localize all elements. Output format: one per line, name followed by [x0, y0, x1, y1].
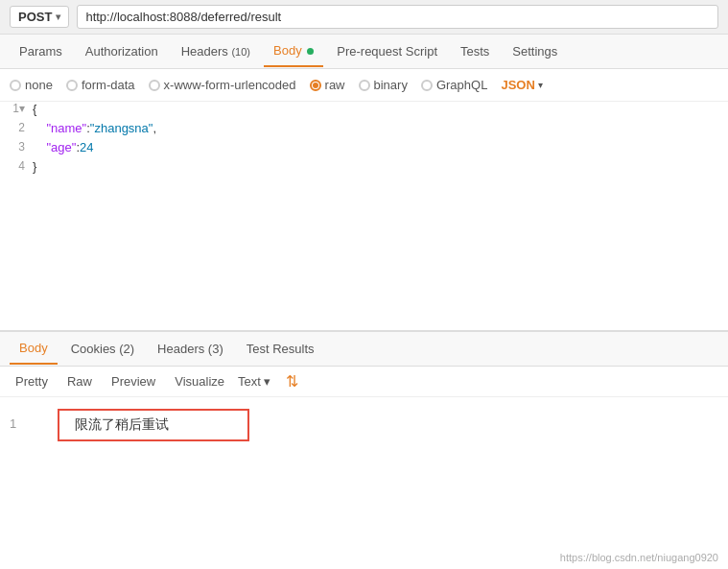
response-line: 1 限流了稍后重试: [10, 405, 718, 441]
tab-headers[interactable]: Headers (10): [172, 36, 260, 66]
response-format-raw[interactable]: Raw: [61, 371, 98, 391]
json-format-selector[interactable]: JSON ▾: [501, 78, 542, 92]
tab-tests[interactable]: Tests: [451, 36, 499, 66]
response-format-visualize[interactable]: Visualize: [169, 371, 230, 391]
tab-settings[interactable]: Settings: [503, 36, 567, 66]
response-tabs: Body Cookies (2) Headers (3) Test Result…: [0, 332, 728, 367]
response-format-bar: Pretty Raw Preview Visualize Text ▾ ⇅: [0, 367, 728, 397]
request-tabs: Params Authorization Headers (10) Body P…: [0, 35, 728, 69]
format-binary[interactable]: binary: [359, 78, 408, 92]
url-bar: POST ▾: [0, 0, 728, 35]
body-format-bar: none form-data x-www-form-urlencoded raw…: [0, 69, 728, 102]
response-tab-test-results[interactable]: Test Results: [237, 334, 324, 364]
tab-pre-request[interactable]: Pre-request Script: [327, 36, 447, 66]
format-graphql[interactable]: GraphQL: [421, 78, 487, 92]
method-arrow: ▾: [56, 12, 60, 22]
radio-graphql: [421, 80, 433, 91]
format-raw[interactable]: raw: [310, 78, 345, 92]
code-line-3: 3 "age":24: [0, 140, 728, 159]
radio-none: [10, 80, 21, 91]
json-label: JSON: [501, 78, 534, 92]
wrap-icon[interactable]: ⇅: [286, 372, 298, 391]
code-editor[interactable]: 1▾ { 2 "name":"zhangsna", 3 "age":24 4 }: [0, 102, 728, 330]
format-none[interactable]: none: [10, 78, 53, 92]
response-result-box: 限流了稍后重试: [58, 409, 249, 441]
json-arrow: ▾: [538, 80, 543, 90]
response-tab-cookies[interactable]: Cookies (2): [61, 334, 144, 364]
radio-raw: [310, 80, 321, 91]
radio-urlencoded: [149, 80, 160, 91]
format-form-data[interactable]: form-data: [66, 78, 135, 92]
request-section: Params Authorization Headers (10) Body P…: [0, 35, 728, 332]
tab-authorization[interactable]: Authorization: [76, 36, 168, 66]
radio-form-data: [66, 80, 78, 91]
format-urlencoded[interactable]: x-www-form-urlencoded: [149, 78, 296, 92]
response-text: 限流了稍后重试: [75, 416, 169, 434]
watermark: https://blog.csdn.net/niugang0920: [560, 552, 718, 563]
response-tab-headers[interactable]: Headers (3): [148, 334, 233, 364]
url-input[interactable]: [77, 5, 718, 29]
response-section: Body Cookies (2) Headers (3) Test Result…: [0, 332, 728, 569]
tab-params[interactable]: Params: [10, 36, 72, 66]
response-format-pretty[interactable]: Pretty: [10, 371, 54, 391]
code-line-2: 2 "name":"zhangsna",: [0, 121, 728, 140]
method-select[interactable]: POST ▾: [10, 6, 69, 28]
code-line-4: 4 }: [0, 159, 728, 178]
radio-binary: [359, 80, 370, 91]
code-line-1: 1▾ {: [0, 102, 728, 121]
response-format-preview[interactable]: Preview: [106, 371, 161, 391]
response-line-number: 1: [10, 416, 25, 431]
response-tab-body[interactable]: Body: [10, 333, 58, 365]
tab-body[interactable]: Body: [264, 36, 323, 67]
response-content: 1 限流了稍后重试 https://blog.csdn.net/niugang0…: [0, 397, 728, 569]
method-label: POST: [18, 10, 52, 24]
response-text-dropdown[interactable]: Text ▾: [238, 374, 270, 389]
